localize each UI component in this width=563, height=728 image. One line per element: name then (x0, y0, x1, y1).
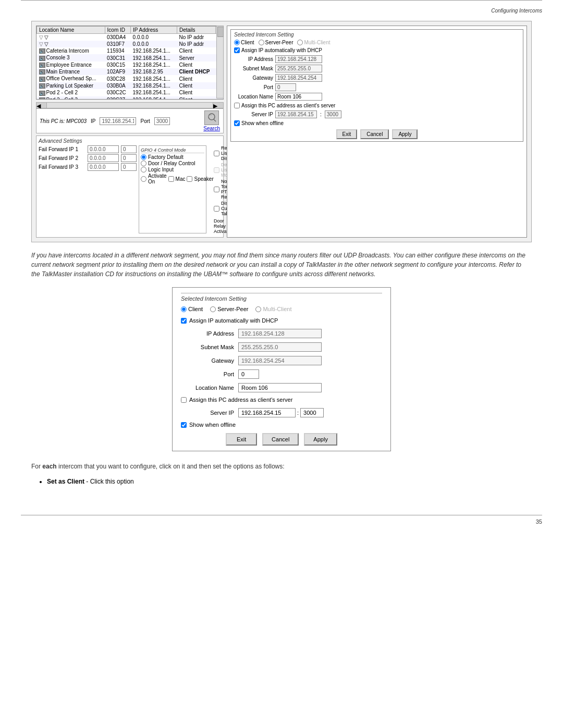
gateway-field-input[interactable] (275, 74, 322, 82)
table-container: Location Name Icom ID IP Address Details (36, 26, 224, 108)
ff3-label: Fail Forward IP 3 (39, 164, 85, 170)
large-gateway-input[interactable] (238, 356, 322, 365)
large-cancel-button[interactable]: Cancel (262, 433, 299, 446)
col-ip[interactable]: IP Address (131, 27, 177, 34)
cancel-button[interactable]: Cancel (360, 129, 389, 139)
subnet-field-row: Subnet Mask (234, 65, 520, 72)
server-assign-checkbox[interactable] (234, 103, 240, 108)
large-dhcp-label: Assign IP automatically with DHCP (189, 317, 278, 324)
custom-view-checkbox[interactable] (214, 206, 219, 212)
settings-group-box: Selected Intercom Setting Client Server-… (230, 29, 523, 142)
ff1-ip[interactable] (88, 145, 119, 153)
server-ip-row: Server IP : (234, 110, 520, 118)
subnet-field-label: Subnet Mask (234, 66, 273, 71)
horizontal-scrollbar[interactable]: ◀ ▶ (36, 102, 224, 108)
col-details[interactable]: Details (177, 27, 215, 34)
advanced-settings: Advanced Settings Fail Forward IP 1 Fail… (36, 135, 224, 238)
ff3-val[interactable] (121, 163, 137, 171)
mode-client-radio[interactable] (234, 40, 240, 45)
table-row[interactable]: ▽ ▽030DA40.0.0.0No IP addr (37, 34, 223, 41)
large-dhcp-checkbox[interactable] (181, 318, 187, 324)
scrollbar-thumb (217, 27, 224, 37)
header-title: Configuring Intercoms (491, 8, 542, 14)
table-row[interactable]: 🔊Employee Entrance030C15192.168.254.1...… (37, 61, 223, 68)
ip-field-input[interactable] (275, 55, 322, 63)
gpio-factory-radio[interactable] (141, 154, 146, 160)
large-offline-label: Show when offline (189, 422, 236, 428)
default-listen-checkbox[interactable] (214, 167, 219, 173)
table-row[interactable]: 🔊Console 3030C31192.168.254.1...Server (37, 54, 223, 61)
intercom-table: Location Name Icom ID IP Address Details (36, 26, 223, 99)
settings-title: Selected Intercom Setting (234, 32, 520, 38)
large-server-label[interactable]: Server-Peer (210, 306, 248, 312)
mode-multi-label[interactable]: Multi-Client (297, 40, 330, 45)
large-port-label: Port (181, 371, 238, 377)
search-icon[interactable] (204, 110, 219, 125)
gpio-factory-label: Factory Default (148, 154, 183, 160)
exit-button[interactable]: Exit (336, 129, 358, 139)
table-row[interactable]: 🔊Cafeteria Intercom115934192.168.254.1..… (37, 47, 223, 54)
search-icon-area: Search (203, 110, 220, 131)
large-offline-checkbox[interactable] (181, 422, 187, 428)
large-multi-radio[interactable] (255, 306, 261, 312)
ip-field-label: IP Address (234, 56, 273, 62)
large-subnet-input[interactable] (238, 342, 322, 352)
large-server-assign-checkbox[interactable] (181, 397, 187, 403)
large-dhcp-row: Assign IP automatically with DHCP (181, 317, 382, 324)
large-server-assign-row: Assign this PC address as client's serve… (181, 397, 382, 403)
offline-checkbox[interactable] (234, 120, 240, 126)
port-field-input[interactable] (275, 83, 296, 91)
table-row[interactable]: ▽ ▽0310F70.0.0.0No IP addr (37, 41, 223, 47)
large-ip-input[interactable] (238, 329, 322, 338)
large-apply-button[interactable]: Apply (304, 433, 337, 446)
large-multi-label[interactable]: Multi-Client (255, 306, 291, 312)
location-field-label: Location Name (234, 94, 273, 100)
ff3-ip[interactable] (88, 163, 119, 171)
col-icomid[interactable]: Icom ID (105, 27, 130, 34)
gpio-mac-checkbox[interactable] (168, 176, 174, 182)
col-location[interactable]: Location Name (37, 27, 105, 34)
mode-server-label[interactable]: Server-Peer (259, 40, 293, 45)
ff1-val[interactable] (121, 145, 137, 153)
large-server-port-input[interactable] (300, 408, 324, 417)
table-row[interactable]: 🔊Pod 2 - Cell 2030C2C192.168.254.1...Cli… (37, 89, 223, 96)
search-label[interactable]: Search (203, 126, 220, 131)
pc-ip-input[interactable] (100, 117, 136, 125)
large-port-input[interactable] (238, 369, 259, 379)
gpio-speaker-checkbox[interactable] (187, 176, 192, 182)
server-ip-input[interactable] (275, 110, 317, 118)
ff2-val[interactable] (121, 154, 137, 162)
table-scrollbar[interactable] (216, 26, 224, 98)
content-area: Location Name Icom ID IP Address Details (0, 16, 563, 504)
large-exit-button[interactable]: Exit (226, 433, 257, 446)
subnet-field-input[interactable] (275, 65, 322, 72)
no-beep-checkbox[interactable] (214, 187, 219, 192)
large-server-ip-input[interactable] (238, 408, 296, 417)
scroll-right-btn[interactable]: ▶ (213, 103, 223, 108)
table-row[interactable]: 🔊Pod 2 - Cell 3030C27192.168.254.1...Cli… (37, 96, 223, 99)
gpio-door-radio[interactable] (141, 161, 146, 166)
large-server-radio[interactable] (210, 306, 216, 312)
mode-multi-radio[interactable] (297, 40, 303, 45)
large-client-label[interactable]: Client (181, 306, 203, 312)
table-row[interactable]: 🔊Main Entrance102AF9192.168.2.95Client D… (37, 68, 223, 75)
mode-multi-text: Multi-Client (304, 40, 330, 45)
server-port-input[interactable] (325, 110, 341, 118)
dhcp-checkbox[interactable] (234, 47, 240, 53)
mode-radio-group: Client Server-Peer Multi-Client (234, 40, 520, 45)
table-scroll-area[interactable]: Location Name Icom ID IP Address Details (36, 26, 223, 99)
table-row[interactable]: 🔊Office Overhead Sp...030C28192.168.254.… (37, 75, 223, 82)
large-location-input[interactable] (238, 383, 322, 392)
location-field-input[interactable] (275, 93, 322, 101)
gpio-activate-radio[interactable] (141, 176, 146, 182)
apply-button[interactable]: Apply (392, 129, 418, 139)
scroll-left-btn[interactable]: ◀ (36, 103, 47, 108)
remote-listen-checkbox[interactable] (214, 151, 219, 156)
table-row[interactable]: 🔊Parking Lot Speaker030B0A192.168.254.1.… (37, 82, 223, 89)
large-client-radio[interactable] (181, 306, 187, 312)
mode-client-label[interactable]: Client (234, 40, 254, 45)
gpio-logic-radio[interactable] (141, 167, 146, 172)
pc-port-input[interactable] (154, 117, 170, 125)
mode-server-radio[interactable] (259, 40, 264, 45)
ff2-ip[interactable] (88, 154, 119, 162)
